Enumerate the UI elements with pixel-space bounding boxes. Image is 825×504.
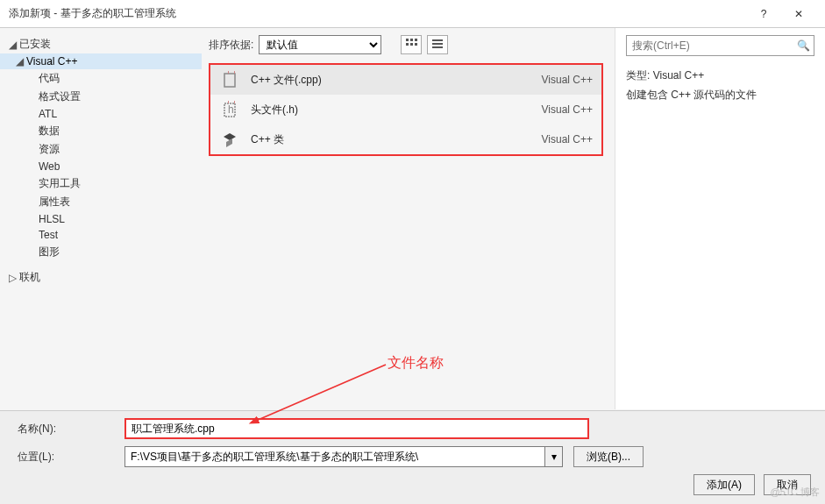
template-category: Visual C++ — [542, 103, 593, 116]
tree-item[interactable]: 数据 — [0, 122, 202, 140]
sort-label: 排序依据: — [209, 38, 253, 53]
browse-button[interactable]: 浏览(B)... — [573, 446, 644, 467]
template-name: C++ 类 — [251, 132, 542, 147]
name-input[interactable] — [124, 418, 589, 439]
location-dropdown-icon[interactable]: ▾ — [545, 446, 563, 467]
template-category: Visual C++ — [542, 74, 593, 86]
tree-item[interactable]: Web — [0, 159, 202, 174]
footer-buttons: 添加(A) 取消 — [11, 474, 814, 495]
sort-select[interactable]: 默认值 — [259, 35, 381, 54]
svg-rect-6 — [432, 39, 443, 41]
tree-item[interactable]: 属性表 — [0, 193, 202, 211]
search-icon[interactable]: 🔍 — [793, 39, 814, 52]
tree-item[interactable]: 格式设置 — [0, 88, 202, 106]
svg-text:++: ++ — [225, 71, 238, 77]
chevron-down-icon: ◢ — [16, 55, 26, 67]
tree-item[interactable]: Test — [0, 227, 202, 243]
main-area: ◢ 已安装 ◢ Visual C++ 代码格式设置ATL数据资源Web实用工具属… — [0, 28, 825, 409]
type-value: Visual C++ — [653, 69, 704, 82]
tree-item[interactable]: 代码 — [0, 69, 202, 88]
svg-rect-0 — [406, 39, 409, 41]
sidebar: ◢ 已安装 ◢ Visual C++ 代码格式设置ATL数据资源Web实用工具属… — [0, 28, 202, 409]
tree-item[interactable]: HLSL — [0, 211, 202, 227]
titlebar: 添加新项 - 基于多态的职工管理系统 ? ✕ — [0, 0, 825, 28]
location-label: 位置(L): — [11, 450, 124, 465]
template-list: ++C++ 文件(.cpp)Visual C++h++头文件(.h)Visual… — [209, 63, 603, 156]
window-title: 添加新项 - 基于多态的职工管理系统 — [9, 6, 746, 21]
svg-rect-5 — [415, 43, 417, 46]
list-icon — [431, 38, 444, 53]
name-label: 名称(N): — [11, 422, 124, 437]
add-button[interactable]: 添加(A) — [693, 474, 755, 495]
type-label: 类型: — [626, 69, 650, 82]
svg-rect-3 — [406, 43, 409, 46]
template-desc: 创建包含 C++ 源代码的文件 — [626, 86, 814, 105]
toolbar: 排序依据: 默认值 — [209, 35, 606, 54]
center-panel: 排序依据: 默认值 ++C++ 文件(.cpp)Visual C++h++头文件… — [202, 28, 615, 409]
file-icon — [219, 129, 240, 150]
file-icon: h++ — [219, 99, 240, 120]
chevron-right-icon: ▷ — [9, 272, 19, 284]
help-button[interactable]: ? — [746, 4, 781, 25]
file-icon: ++ — [219, 69, 240, 90]
template-name: C++ 文件(.cpp) — [251, 73, 542, 88]
template-row[interactable]: C++ 类Visual C++ — [210, 124, 601, 154]
tree-installed-label: 已安装 — [19, 37, 51, 52]
template-row[interactable]: ++C++ 文件(.cpp)Visual C++ — [210, 65, 601, 95]
tree-installed[interactable]: ◢ 已安装 — [0, 35, 202, 53]
name-row: 名称(N): — [11, 418, 814, 439]
tree-item[interactable]: 图形 — [0, 243, 202, 261]
side-panel: 🔍 类型: Visual C++ 创建包含 C++ 源代码的文件 — [615, 28, 825, 409]
svg-rect-7 — [432, 43, 443, 45]
tree-vcpp[interactable]: ◢ Visual C++ — [0, 53, 202, 69]
list-view-button[interactable] — [427, 35, 448, 54]
template-name: 头文件(.h) — [251, 103, 542, 117]
bottom-panel: 名称(N): 位置(L): ▾ 浏览(B)... 添加(A) 取消 — [0, 410, 825, 504]
tree-vcpp-label: Visual C++ — [26, 55, 77, 67]
tree-item[interactable]: ATL — [0, 106, 202, 122]
template-row[interactable]: h++头文件(.h)Visual C++ — [210, 95, 601, 124]
svg-text:++: ++ — [225, 101, 238, 107]
template-info: 类型: Visual C++ 创建包含 C++ 源代码的文件 — [626, 67, 814, 104]
search-input[interactable] — [627, 39, 793, 52]
tree-item[interactable]: 资源 — [0, 140, 202, 159]
svg-rect-2 — [415, 39, 417, 41]
location-row: 位置(L): ▾ 浏览(B)... — [11, 446, 814, 467]
close-button[interactable]: ✕ — [781, 4, 816, 25]
svg-rect-8 — [432, 46, 443, 48]
location-input[interactable] — [124, 446, 545, 467]
cancel-button[interactable]: 取消 — [764, 474, 811, 495]
tree-online-label: 联机 — [19, 270, 40, 285]
chevron-down-icon: ◢ — [9, 39, 19, 51]
search-box[interactable]: 🔍 — [626, 35, 814, 56]
grid-icon — [405, 38, 417, 53]
template-category: Visual C++ — [542, 133, 593, 146]
tree-online[interactable]: ▷ 联机 — [0, 268, 202, 287]
grid-view-button[interactable] — [401, 35, 422, 54]
svg-rect-4 — [410, 43, 413, 46]
svg-rect-1 — [410, 39, 413, 41]
tree-item[interactable]: 实用工具 — [0, 174, 202, 193]
